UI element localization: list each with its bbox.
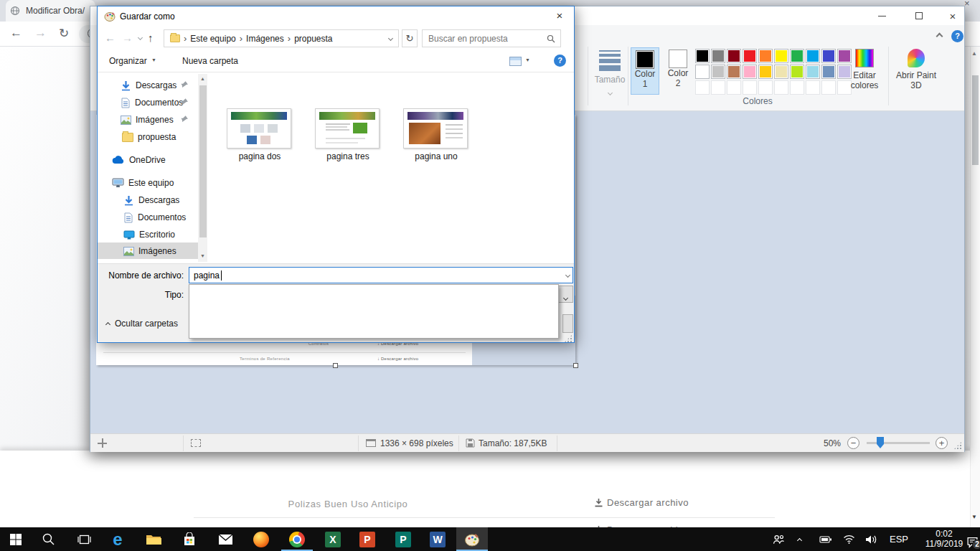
browser-tab[interactable]: Modificar Obra/	[6, 0, 95, 22]
nav-up-button[interactable]: ↑	[148, 32, 154, 44]
palette-swatch[interactable]	[821, 65, 836, 79]
filename-dropdown-icon[interactable]	[565, 273, 570, 278]
palette-swatch[interactable]	[758, 65, 773, 79]
zoom-in-button[interactable]: +	[936, 437, 948, 449]
filename-autocomplete-dropdown[interactable]	[189, 284, 559, 339]
dialog-help-button[interactable]: ?	[554, 55, 566, 67]
sidebar-item-propuesta[interactable]: propuesta	[122, 128, 176, 146]
taskbar-excel-button[interactable]: X	[317, 527, 349, 551]
view-dropdown-icon[interactable]: ▼	[525, 57, 530, 62]
dialog-resize-grip[interactable]	[564, 334, 573, 343]
scrollbar-down-icon[interactable]: ▼	[198, 253, 207, 258]
zoom-slider-track[interactable]	[867, 442, 930, 444]
palette-swatch[interactable]	[806, 65, 820, 79]
filetype-dropdown-button[interactable]	[557, 286, 573, 303]
search-input[interactable]: Buscar en propuesta	[422, 29, 561, 47]
palette-empty-slot[interactable]	[711, 80, 725, 95]
taskbar-edge-button[interactable]: e	[102, 527, 133, 551]
taskbar-explorer-button[interactable]	[138, 527, 169, 551]
palette-swatch[interactable]	[711, 65, 725, 79]
paint-help-button[interactable]: ?	[951, 30, 963, 42]
sidebar-item-descargas-pinned[interactable]: Descargas	[121, 77, 176, 94]
palette-empty-slot[interactable]	[727, 80, 741, 95]
view-mode-icon[interactable]	[509, 57, 522, 66]
palette-swatch[interactable]	[743, 49, 757, 63]
file-item-pagina-dos[interactable]: pagina dos	[227, 108, 293, 161]
window-resize-grip[interactable]	[953, 441, 962, 450]
palette-swatch[interactable]	[790, 65, 804, 79]
taskbar-store-button[interactable]	[174, 527, 205, 551]
paint-minimize-button[interactable]	[865, 6, 898, 25]
palette-swatch[interactable]	[806, 49, 820, 63]
palette-empty-slot[interactable]	[774, 80, 788, 95]
palette-empty-slot[interactable]	[806, 80, 820, 95]
organize-menu[interactable]: Organizar	[109, 56, 147, 66]
nav-forward-button[interactable]: →	[122, 32, 133, 44]
canvas-resize-handle-corner[interactable]	[573, 363, 578, 368]
color1-button[interactable]: Color 1	[631, 47, 659, 95]
tray-language-button[interactable]: ESP	[890, 527, 908, 551]
breadcrumb-folder[interactable]: Imágenes	[246, 34, 284, 44]
address-dropdown-icon[interactable]	[388, 36, 393, 41]
zoom-slider-handle[interactable]	[877, 437, 884, 448]
file-item-pagina-uno[interactable]: pagina uno	[403, 108, 469, 161]
palette-swatch[interactable]	[774, 49, 788, 63]
size-button[interactable]: Tamaño	[593, 48, 627, 98]
sidebar-scrollbar[interactable]: ▲ ▼	[198, 74, 207, 262]
hide-folders-button[interactable]: Ocultar carpetas	[106, 319, 178, 329]
tray-battery-button[interactable]	[819, 527, 832, 551]
palette-empty-slot[interactable]	[758, 80, 773, 95]
paint-close-button[interactable]: ×	[936, 6, 969, 25]
palette-swatch[interactable]	[695, 65, 710, 79]
refresh-button[interactable]: ↻	[402, 29, 418, 47]
palette-swatch[interactable]	[743, 65, 757, 79]
sidebar-item-documentos-pinned[interactable]: Documentos	[121, 94, 183, 111]
palette-empty-slot[interactable]	[821, 80, 836, 95]
edit-colors-button[interactable]: Editar colores	[842, 49, 887, 90]
palette-swatch[interactable]	[727, 65, 741, 79]
palette-empty-slot[interactable]	[695, 80, 710, 95]
dialog-close-button[interactable]: ×	[545, 6, 574, 27]
taskbar-paint-button[interactable]	[456, 527, 488, 551]
sidebar-scrollbar-thumb[interactable]	[199, 85, 207, 237]
tray-hidden-icons-button[interactable]	[798, 527, 801, 551]
browser-forward-button[interactable]: →	[34, 26, 47, 40]
zoom-out-button[interactable]: −	[847, 437, 859, 449]
filename-input[interactable]: pagina	[189, 267, 573, 283]
action-center-button[interactable]: 2	[966, 527, 979, 551]
tray-volume-button[interactable]	[865, 527, 877, 551]
sidebar-item-documentos[interactable]: Documentos	[123, 209, 186, 226]
browser-reload-button[interactable]: ↻	[59, 26, 69, 41]
sidebar-item-imagenes-pinned[interactable]: Imágenes	[121, 111, 174, 128]
save-button-partial[interactable]	[562, 314, 573, 333]
sidebar-item-escritorio[interactable]: Escritorio	[123, 226, 175, 243]
palette-swatch[interactable]	[695, 49, 710, 63]
task-view-button[interactable]	[68, 527, 100, 551]
taskbar-search-button[interactable]	[32, 527, 64, 551]
tray-clock-button[interactable]: 0:02 11/9/2019	[920, 527, 968, 551]
palette-swatch[interactable]	[758, 49, 773, 63]
address-bar[interactable]: › Este equipo › Imágenes › propuesta	[164, 29, 399, 47]
breadcrumb-subfolder[interactable]: propuesta	[294, 34, 332, 44]
sidebar-item-descargas[interactable]: Descargas	[123, 192, 179, 209]
collapse-ribbon-icon[interactable]	[936, 33, 943, 40]
download-link[interactable]: Descargar archivo	[594, 497, 689, 508]
canvas-resize-handle-bottom[interactable]	[333, 363, 338, 368]
taskbar-firefox-button[interactable]	[245, 527, 277, 551]
color2-button[interactable]: Color 2	[664, 47, 692, 95]
nav-history-dropdown-icon[interactable]	[138, 35, 143, 40]
palette-swatch[interactable]	[774, 65, 788, 79]
palette-swatch[interactable]	[727, 49, 741, 63]
browser-back-button[interactable]: ←	[10, 26, 22, 40]
palette-swatch[interactable]	[821, 49, 836, 63]
tray-wifi-button[interactable]	[843, 527, 855, 551]
tray-people-button[interactable]	[772, 527, 785, 551]
scrollbar-up-icon[interactable]: ▲	[971, 50, 977, 57]
taskbar-chrome-button[interactable]	[281, 527, 313, 551]
palette-swatch[interactable]	[711, 49, 725, 63]
scrollbar-up-icon[interactable]: ▲	[198, 76, 207, 81]
palette-empty-slot[interactable]	[743, 80, 757, 95]
nav-back-button[interactable]: ←	[105, 32, 116, 44]
sidebar-item-onedrive[interactable]: OneDrive	[112, 151, 166, 169]
taskbar-publisher-button[interactable]: P	[387, 527, 419, 551]
